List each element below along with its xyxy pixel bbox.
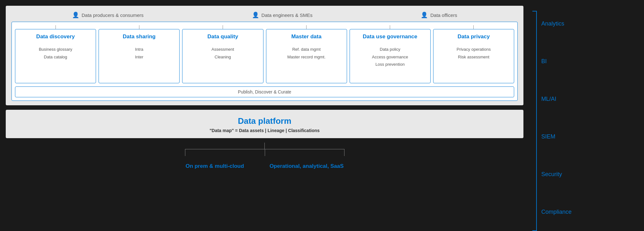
card-subtitle-0: Business glossary Data catalog [39,46,72,61]
persona-label-3: Data officers [430,12,457,18]
branch-label-left: On prem & multi-cloud [186,163,244,169]
person-icon-3: 👤 [421,11,428,19]
card-item-5-0: Privacy operations [456,47,491,52]
card-subtitle-5: Privacy operations Risk assessment [456,46,491,61]
sidebar-item-analytics: Analytics [541,17,572,31]
persona-officers: 👤 Data officers [421,11,457,19]
vert-line-top [264,143,265,149]
platform-title: Data platform [11,116,518,126]
card-subtitle-3: Ref. data mgmt Master record mgmt. [287,46,326,61]
card-item-2-0: Assessment [211,47,234,52]
branch-labels: On prem & multi-cloud Operational, analy… [186,163,344,169]
cards-container: Data discovery Business glossary Data ca… [11,22,518,101]
persona-producers: 👤 Data producers & consumers [72,11,144,19]
card-item-1-1: Inter [135,55,143,59]
sidebar-item-ml-ai: ML/AI [541,92,572,106]
platform-subtitle: "Data map" = Data assets | Lineage | Cla… [11,128,518,133]
sidebar-item-siem: SIEM [541,130,572,144]
branch-container: On prem & multi-cloud Operational, analy… [185,143,344,169]
cards-row: Data discovery Business glossary Data ca… [15,29,514,83]
sidebar-items-list: Analytics BI ML/AI SIEM Security Complia… [537,5,572,231]
card-item-3-0: Ref. data mgmt [292,47,321,52]
top-section: 👤 Data producers & consumers 👤 Data engi… [6,6,523,105]
card-title-5: Data privacy [457,33,490,40]
card-item-2-1: Cleaning [215,55,231,59]
card-subtitle-4: Data policy Access governance Loss preve… [372,46,408,68]
card-item-0-1: Data catalog [44,55,67,59]
card-title-4: Data use governance [363,33,417,40]
publish-bar-label: Publish, Discover & Curate [238,89,291,94]
persona-label-2: Data engineers & SMEs [262,12,313,18]
main-area: 👤 Data producers & consumers 👤 Data engi… [0,0,529,231]
persona-row: 👤 Data producers & consumers 👤 Data engi… [11,11,518,19]
card-item-0-0: Business glossary [39,47,72,52]
publish-bar: Publish, Discover & Curate [15,86,514,97]
right-sidebar: Analytics BI ML/AI SIEM Security Complia… [529,0,644,231]
persona-label-1: Data producers & consumers [82,12,144,18]
bottom-section: On prem & multi-cloud Operational, analy… [6,143,523,169]
platform-section: Data platform "Data map" = Data assets |… [6,110,523,138]
card-item-1-0: Intra [135,47,143,52]
card-subtitle-2: Assessment Cleaning [211,46,234,61]
card-item-4-1: Access governance [372,55,408,59]
card-data-sharing: Data sharing Intra Inter [99,29,180,83]
card-master-data: Master data Ref. data mgmt Master record… [266,29,347,83]
sidebar-item-bi: BI [541,55,572,68]
branch-label-right: Operational, analytical, SaaS [270,163,344,169]
card-subtitle-1: Intra Inter [135,46,143,61]
card-data-discovery: Data discovery Business glossary Data ca… [15,29,96,83]
person-icon-2: 👤 [252,11,259,19]
card-item-5-1: Risk assessment [458,55,489,59]
card-data-privacy: Data privacy Privacy operations Risk ass… [433,29,514,83]
card-item-4-2: Loss prevention [375,62,405,67]
person-icon-1: 👤 [72,11,79,19]
card-title-1: Data sharing [123,33,156,40]
sidebar-item-security: Security [541,168,572,181]
card-item-3-1: Master record mgmt. [287,55,326,59]
card-item-4-0: Data policy [380,47,400,52]
card-title-0: Data discovery [36,33,75,40]
card-title-3: Master data [291,33,321,40]
card-data-quality: Data quality Assessment Cleaning [182,29,263,83]
card-data-use-governance: Data use governance Data policy Access g… [350,29,431,83]
sidebar-item-compliance: Compliance [541,205,572,219]
card-title-2: Data quality [207,33,238,40]
persona-engineers: 👤 Data engineers & SMEs [252,11,313,19]
